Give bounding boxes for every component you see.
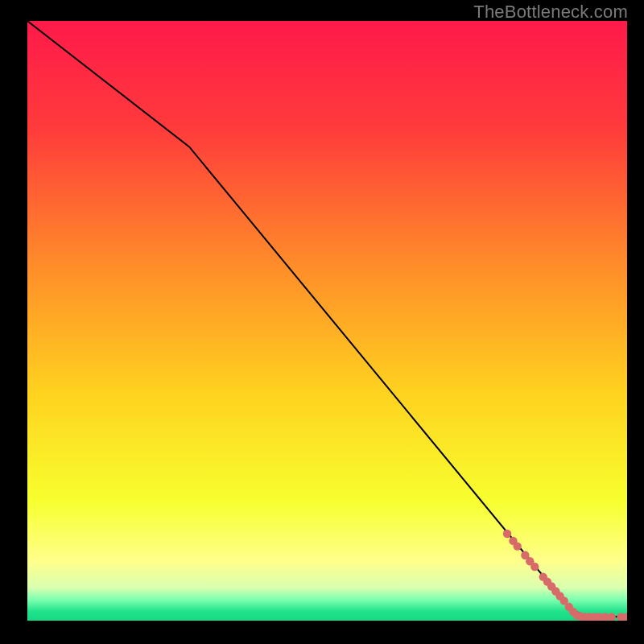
gradient-background xyxy=(27,21,627,621)
chart-svg xyxy=(27,21,627,621)
marker-dot xyxy=(530,563,539,571)
plot-area xyxy=(27,21,627,621)
marker-dot xyxy=(513,542,521,550)
attribution-label: TheBottleneck.com xyxy=(473,2,628,23)
chart-frame: TheBottleneck.com xyxy=(0,0,644,644)
marker-dot xyxy=(503,530,511,538)
